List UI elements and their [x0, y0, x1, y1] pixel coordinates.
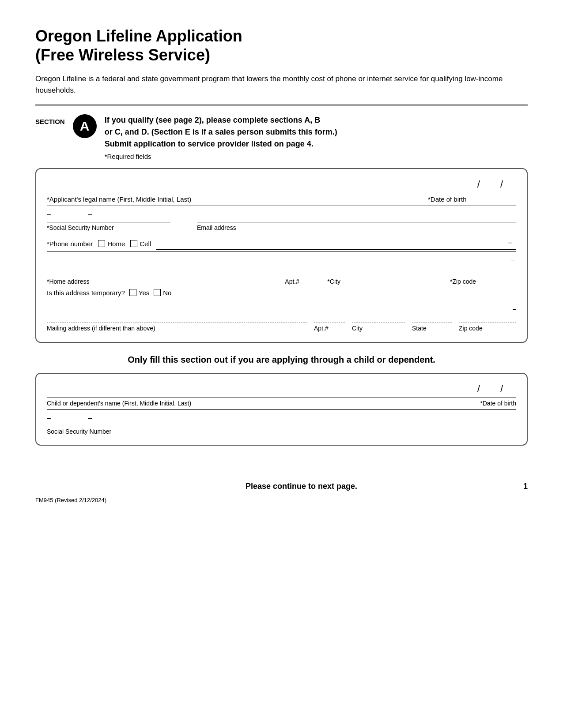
home-checkbox-item[interactable]: Home	[98, 239, 125, 248]
name-line[interactable]	[47, 183, 428, 193]
main-form-box: *Applicant's legal name (First, Middle I…	[35, 168, 528, 343]
dob-line[interactable]	[428, 191, 516, 193]
yes-checkbox[interactable]	[129, 289, 136, 296]
cell-label: Cell	[140, 239, 151, 248]
dependent-heading: Only fill this section out if you are ap…	[35, 353, 528, 366]
mailing-city-line[interactable]	[352, 313, 405, 323]
dep-ssn-label: Social Security Number	[47, 428, 516, 436]
dob-field-group: / / *Date of birth	[428, 178, 516, 204]
mailing-apt-group: Apt.#	[314, 313, 345, 333]
section-label: SECTION	[35, 117, 65, 126]
email-line[interactable]	[197, 210, 516, 222]
mailing-label: Mailing address (if different than above…	[47, 324, 307, 333]
phone-dash: –	[508, 238, 512, 248]
mailing-address-row: Mailing address (if different than above…	[47, 302, 516, 333]
address-row: *Home address Apt.# *City – *Zip code	[47, 255, 516, 286]
mailing-zip-line[interactable]	[459, 313, 516, 323]
dep-name-dob-row: Child or dependent's name (First, Middle…	[47, 383, 516, 410]
apt-label: Apt.#	[285, 278, 320, 286]
zip-line[interactable]	[450, 264, 516, 276]
zip-group: – *Zip code	[450, 255, 516, 286]
yes-checkbox-item[interactable]: Yes	[129, 288, 149, 297]
cell-checkbox[interactable]	[130, 240, 137, 247]
divider-1	[35, 105, 528, 105]
dep-name-group: Child or dependent's name (First, Middle…	[47, 387, 428, 408]
intro-text: Oregon Lifeline is a federal and state g…	[35, 73, 528, 96]
mailing-state-group: State	[412, 313, 452, 333]
dependent-form-box: Child or dependent's name (First, Middle…	[35, 373, 528, 446]
phone-row: *Phone number Home Cell –	[47, 238, 516, 251]
apt-line[interactable]	[285, 264, 320, 276]
phone-label: *Phone number	[47, 239, 93, 248]
mailing-city-group: City	[352, 313, 405, 333]
mailing-apt-line[interactable]	[314, 313, 345, 323]
city-label: *City	[327, 278, 443, 286]
phone-line[interactable]	[156, 248, 516, 250]
mailing-city-label: City	[352, 324, 405, 333]
continue-text: Please continue to next page.	[79, 481, 523, 492]
mailing-main-group: Mailing address (if different than above…	[47, 313, 307, 333]
dep-dob-group: / / *Date of birth	[428, 383, 516, 408]
dep-dob-slashes: / /	[477, 383, 516, 396]
section-a-header: SECTION A If you qualify (see page 2), p…	[35, 114, 528, 161]
mailing-zip-group: – Zip code	[459, 305, 516, 333]
email-field-group: Email address	[197, 210, 516, 233]
mailing-state-line[interactable]	[412, 313, 452, 323]
page-footer: Please continue to next page. 1	[35, 481, 528, 492]
phone-line-area: –	[156, 238, 516, 249]
dep-dob-line[interactable]	[428, 396, 516, 398]
mailing-zip-dash: –	[459, 305, 516, 314]
email-label: Email address	[197, 224, 516, 233]
home-checkbox[interactable]	[98, 240, 105, 247]
mailing-state-label: State	[412, 324, 452, 333]
name-field-group: *Applicant's legal name (First, Middle I…	[47, 183, 428, 204]
no-label: No	[163, 288, 171, 297]
ssn-line[interactable]	[47, 221, 170, 222]
address-main-group: *Home address	[47, 264, 278, 286]
zip-label: *Zip code	[450, 278, 516, 286]
name-dob-row: *Applicant's legal name (First, Middle I…	[47, 178, 516, 206]
ssn-field-group: – – *Social Security Number	[47, 210, 179, 232]
name-label: *Applicant's legal name (First, Middle I…	[47, 195, 428, 204]
dep-ssn-line[interactable]	[47, 424, 179, 426]
page-number: 1	[523, 481, 528, 492]
yes-label: Yes	[139, 288, 149, 297]
address-label: *Home address	[47, 278, 278, 286]
no-checkbox[interactable]	[154, 289, 161, 296]
address-line[interactable]	[47, 264, 278, 276]
city-group: *City	[327, 264, 443, 286]
apt-group: Apt.#	[285, 264, 320, 286]
dob-slashes: / /	[477, 178, 516, 191]
zip-dash: –	[511, 255, 514, 264]
page-title: Oregon Lifeline Application (Free Wirele…	[35, 26, 528, 64]
temp-label: Is this address temporary?	[47, 288, 125, 297]
home-label: Home	[107, 239, 125, 248]
no-checkbox-item[interactable]: No	[154, 288, 171, 297]
dep-dob-label: *Date of birth	[480, 399, 516, 408]
ssn-email-row: – – *Social Security Number Email addres…	[47, 210, 516, 234]
dep-name-label: Child or dependent's name (First, Middle…	[47, 399, 428, 408]
form-number: FM945 (Revised 2/12/2024)	[35, 496, 528, 504]
mailing-zip-label: Zip code	[459, 324, 516, 333]
dep-name-line[interactable]	[47, 387, 428, 398]
dob-label: *Date of birth	[428, 195, 467, 204]
mailing-line[interactable]	[47, 313, 307, 323]
dep-ssn-dashes-display: – –	[47, 413, 516, 423]
city-line[interactable]	[327, 264, 443, 276]
mailing-apt-label: Apt.#	[314, 324, 345, 333]
cell-checkbox-item[interactable]: Cell	[130, 239, 151, 248]
temp-address-row: Is this address temporary? Yes No	[47, 288, 516, 297]
ssn-dashes-display: – –	[47, 210, 179, 219]
section-a-circle: A	[73, 114, 97, 138]
required-fields-note: *Required fields	[105, 152, 337, 161]
dep-ssn-row: – – Social Security Number	[47, 413, 516, 436]
section-a-text: If you qualify (see page 2), please comp…	[105, 114, 337, 150]
ssn-label: *Social Security Number	[47, 224, 179, 233]
